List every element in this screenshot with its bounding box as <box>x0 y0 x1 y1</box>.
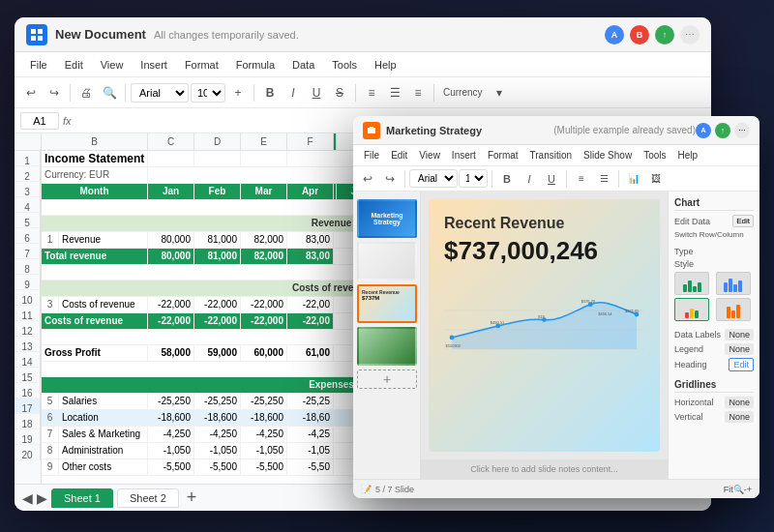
cell-r11-mar[interactable]: -22,000 <box>241 313 287 329</box>
cell-r16-label[interactable]: Salaries <box>59 394 148 409</box>
user-avatar-1[interactable]: A <box>605 25 624 44</box>
cell-r13-feb[interactable]: 59,000 <box>194 345 241 361</box>
menu-data[interactable]: Data <box>284 57 322 73</box>
cell-r10-jan[interactable]: -22,000 <box>148 297 194 312</box>
pres-redo[interactable]: ↪ <box>379 168 401 190</box>
cell-title[interactable]: Income Statement <box>42 151 148 166</box>
pres-font[interactable]: Arial <box>409 169 458 188</box>
cell-r18-feb[interactable]: -4,250 <box>194 427 241 442</box>
zoom-button[interactable]: 🔍 <box>99 82 120 103</box>
pres-menu-edit[interactable]: Edit <box>386 149 412 162</box>
cell-r13-jan[interactable]: 58,000 <box>148 345 194 361</box>
cell-currency[interactable]: Currency: EUR <box>42 167 148 183</box>
cell-r19-jan[interactable]: -1,050 <box>148 443 194 458</box>
cell-r20-apr[interactable]: -5,50 <box>287 459 334 475</box>
undo-button[interactable]: ↩ <box>20 82 42 103</box>
pres-insert-image[interactable]: 🖼 <box>645 168 667 190</box>
redo-button[interactable]: ↪ <box>44 82 65 103</box>
align-center[interactable]: ☰ <box>384 82 405 103</box>
pres-underline[interactable]: U <box>541 168 562 190</box>
sheet-tab-1[interactable]: Sheet 1 <box>51 488 113 508</box>
cell-r16-feb[interactable]: -25,250 <box>194 394 241 409</box>
pres-undo[interactable]: ↩ <box>357 168 378 190</box>
cell-jan[interactable]: Jan <box>148 184 194 199</box>
cell-r18-label[interactable]: Sales & Marketing <box>59 427 148 442</box>
slide-thumb-2[interactable] <box>357 242 417 281</box>
menu-view[interactable]: View <box>93 57 132 73</box>
chart-style-4[interactable] <box>716 298 751 321</box>
fontsize-selector[interactable]: 10pt <box>191 83 225 103</box>
pres-user-1[interactable]: A <box>696 123 711 138</box>
user-avatar-2[interactable]: B <box>630 25 649 44</box>
cell-r13-mar[interactable]: 60,000 <box>241 345 287 361</box>
cell-r16-mar[interactable]: -25,250 <box>241 394 287 409</box>
cell-r7-label[interactable]: Total revenue <box>42 249 148 264</box>
cell-r1c3[interactable] <box>194 151 241 166</box>
cell-apr[interactable]: Apr <box>287 184 334 199</box>
menu-file[interactable]: File <box>22 57 55 73</box>
align-right[interactable]: ≡ <box>407 82 429 103</box>
strikethrough-button[interactable]: S <box>329 82 350 103</box>
cell-r10-apr[interactable]: -22,00 <box>287 297 334 312</box>
pres-align-center[interactable]: ☰ <box>593 168 614 190</box>
menu-tools[interactable]: Tools <box>324 57 365 73</box>
cell-r11-label[interactable]: Costs of revenue <box>42 313 148 329</box>
cell-r6-mar[interactable]: 82,000 <box>241 232 287 248</box>
add-slide-button[interactable]: + <box>357 369 417 389</box>
cell-r17-label[interactable]: Location <box>59 410 148 426</box>
menu-format[interactable]: Format <box>177 57 226 73</box>
cell-r17-jan[interactable]: -18,600 <box>148 410 194 426</box>
cell-r10-feb[interactable]: -22,000 <box>194 297 241 312</box>
cell-r7-jan[interactable]: 80,000 <box>148 249 194 264</box>
font-selector[interactable]: Arial <box>131 83 189 103</box>
cell-r11-apr[interactable]: -22,00 <box>287 313 334 329</box>
pres-align-left[interactable]: ≡ <box>571 168 592 190</box>
bold-button[interactable]: B <box>259 82 281 103</box>
cell-r19-mar[interactable]: -1,050 <box>241 443 287 458</box>
cell-r13-apr[interactable]: 61,00 <box>287 345 334 361</box>
cell-feb[interactable]: Feb <box>194 184 241 199</box>
italic-button[interactable]: I <box>283 82 304 103</box>
cell-r19-apr[interactable]: -1,05 <box>287 443 334 458</box>
cell-r6-label[interactable]: Revenue <box>59 232 148 248</box>
cell-r7-mar[interactable]: 82,000 <box>241 249 287 264</box>
cell-reference[interactable] <box>20 112 59 130</box>
menu-formula[interactable]: Formula <box>228 57 283 73</box>
edit-data-button[interactable]: Edit <box>732 215 754 227</box>
cell-r13-label[interactable]: Gross Profit <box>42 345 148 361</box>
cell-mar[interactable]: Mar <box>241 184 287 199</box>
cell-r10-mar[interactable]: -22,000 <box>241 297 287 312</box>
slide-thumb-1[interactable]: Marketing Strategy <box>357 199 417 238</box>
pres-share[interactable]: ↑ <box>715 123 730 138</box>
align-left[interactable]: ≡ <box>361 82 382 103</box>
cell-r7-feb[interactable]: 81,000 <box>194 249 241 264</box>
cell-r7-apr[interactable]: 83,00 <box>287 249 334 264</box>
menu-edit[interactable]: Edit <box>57 57 91 73</box>
pres-menu-transition[interactable]: Transition <box>525 149 578 162</box>
nav-prev[interactable]: ◀ <box>22 490 33 506</box>
chart-style-1[interactable] <box>674 272 709 295</box>
pres-insert-chart[interactable]: 📊 <box>623 168 644 190</box>
cell-r6-feb[interactable]: 81,000 <box>194 232 241 248</box>
cell-r1c4[interactable] <box>241 151 287 166</box>
nav-next[interactable]: ▶ <box>37 490 47 506</box>
cell-r20-mar[interactable]: -5,500 <box>241 459 287 475</box>
cell-r19-feb[interactable]: -1,050 <box>194 443 241 458</box>
share-button[interactable]: ↑ <box>655 25 674 44</box>
menu-insert[interactable]: Insert <box>133 57 175 73</box>
cell-r20-feb[interactable]: -5,500 <box>194 459 241 475</box>
slide-thumb-4[interactable] <box>357 327 417 366</box>
cell-r19-label[interactable]: Administration <box>59 443 148 458</box>
slide-thumb-3[interactable]: Recent Revenue $737M <box>357 284 417 323</box>
print-button[interactable]: 🖨 <box>75 82 97 103</box>
pres-menu-help[interactable]: Help <box>672 149 702 162</box>
cell-r17-apr[interactable]: -18,60 <box>287 410 334 426</box>
sheet-tab-2[interactable]: Sheet 2 <box>117 488 179 508</box>
pres-italic[interactable]: I <box>519 168 540 190</box>
format-dropdown[interactable]: ▾ <box>489 82 510 103</box>
cell-r17-mar[interactable]: -18,600 <box>241 410 287 426</box>
cell-month[interactable]: Month <box>42 184 148 199</box>
increase-font[interactable]: + <box>227 82 249 103</box>
cell-r1c2[interactable] <box>148 151 194 166</box>
cell-r20-jan[interactable]: -5,500 <box>148 459 194 475</box>
